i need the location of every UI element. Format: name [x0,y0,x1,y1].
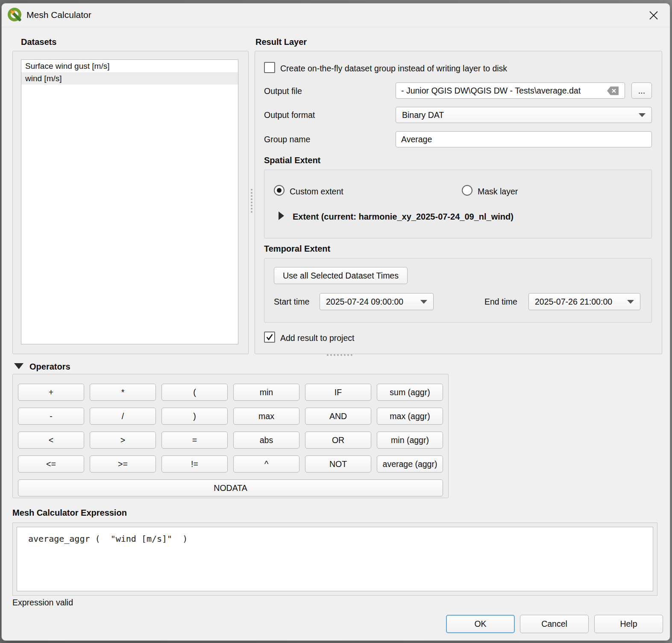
add-result-label: Add result to project [280,333,354,343]
output-file-value: - Junior QGIS DW\QGIS DW - Tests\average… [401,86,581,96]
browse-button[interactable]: ... [631,82,652,99]
dataset-item[interactable]: wind [m/s] [21,72,238,85]
window-title: Mesh Calculator [26,10,91,20]
operator-button[interactable]: + [18,384,84,401]
on-the-fly-checkbox[interactable] [264,62,275,73]
expression-header: Mesh Calculator Expression [12,508,127,518]
nodata-button[interactable]: NODATA [18,479,443,496]
mask-layer-radio[interactable] [462,185,472,196]
operator-button[interactable]: ) [161,408,228,425]
spatial-extent-box [264,170,652,238]
operator-button[interactable]: sum (aggr) [377,384,443,401]
cancel-button[interactable]: Cancel [520,615,589,633]
operator-button[interactable]: NOT [305,455,371,473]
title-bar: Mesh Calculator [2,3,670,27]
operator-button[interactable]: / [90,408,156,425]
on-the-fly-label: Create on-the-fly dataset group instead … [280,64,507,73]
dropdown-arrow-icon [420,300,427,304]
operators-header[interactable]: Operators [29,362,70,372]
operator-button[interactable]: < [18,432,84,449]
operator-button[interactable]: OR [305,432,371,449]
custom-extent-radio[interactable] [274,185,285,196]
output-file-label: Output file [264,86,302,96]
mesh-calculator-dialog: Mesh Calculator Datasets Surface wind gu… [1,3,670,641]
ok-button[interactable]: OK [446,615,515,633]
operator-button[interactable]: AND [305,408,371,425]
close-icon[interactable] [644,7,663,24]
qgis-logo-icon [7,8,23,23]
end-time-label: End time [484,297,517,307]
mask-layer-label: Mask layer [478,187,518,197]
datasets-list: Surface wind gust [m/s] wind [m/s] [21,59,238,344]
operator-button[interactable]: ^ [233,455,299,473]
dropdown-arrow-icon [639,113,646,117]
datasets-header: Datasets [21,37,56,47]
custom-extent-label: Custom extent [290,187,343,197]
dataset-item[interactable]: Surface wind gust [m/s] [21,60,238,72]
spatial-extent-header: Spatial Extent [264,156,320,165]
vertical-splitter-handle[interactable] [251,189,252,213]
end-time-select[interactable]: 2025-07-26 21:00:00 [528,293,640,310]
add-result-checkbox[interactable] [264,332,275,343]
operator-button[interactable]: ( [161,384,228,401]
operators-collapse-icon[interactable] [14,363,23,369]
operator-button[interactable]: max [233,408,299,425]
horizontal-splitter-handle[interactable] [327,354,352,356]
radio-dot [277,188,282,193]
operator-button[interactable]: min (aggr) [377,432,443,449]
output-format-value: Binary DAT [402,110,444,120]
operator-button[interactable]: IF [305,384,371,401]
output-file-input[interactable]: - Junior QGIS DW\QGIS DW - Tests\average… [396,82,625,99]
use-all-dataset-times-button[interactable]: Use all Selected Dataset Times [274,267,408,284]
operators-panel: + * ( min IF sum (aggr) - / ) max AND ma… [12,374,449,498]
expression-input[interactable]: average_aggr ( "wind [m/s]" ) [17,527,653,591]
operator-button[interactable]: max (aggr) [377,408,443,425]
help-button[interactable]: Help [594,615,663,633]
checkmark-icon [266,333,273,341]
operator-button[interactable]: * [90,384,156,401]
output-format-label: Output format [264,110,315,120]
end-time-value: 2025-07-26 21:00:00 [535,297,612,307]
result-layer-header: Result Layer [255,37,307,47]
clear-field-icon[interactable] [607,86,619,96]
extent-current-label[interactable]: Extent (current: harmonie_xy_2025-07-24_… [293,212,514,222]
expression-frame: average_aggr ( "wind [m/s]" ) [12,523,657,596]
operator-button[interactable]: = [161,432,228,449]
operator-button[interactable]: - [18,408,84,425]
start-time-select[interactable]: 2025-07-24 09:00:00 [320,293,434,310]
operator-button[interactable]: min [233,384,299,401]
start-time-value: 2025-07-24 09:00:00 [326,297,403,307]
operator-button[interactable]: >= [90,455,156,473]
operator-button[interactable]: average (aggr) [377,455,443,473]
group-name-value: Average [401,135,432,144]
operator-button[interactable]: > [90,432,156,449]
group-name-input[interactable]: Average [396,131,652,147]
operator-button[interactable]: <= [18,455,84,473]
operator-button[interactable]: != [161,455,228,473]
group-name-label: Group name [264,135,310,144]
start-time-label: Start time [274,297,309,307]
dropdown-arrow-icon [627,300,634,304]
temporal-extent-header: Temporal Extent [264,244,330,254]
operator-button[interactable]: abs [233,432,299,449]
output-format-select[interactable]: Binary DAT [396,107,652,123]
expression-status: Expression valid [12,598,73,608]
extent-collapse-icon[interactable] [279,211,284,220]
